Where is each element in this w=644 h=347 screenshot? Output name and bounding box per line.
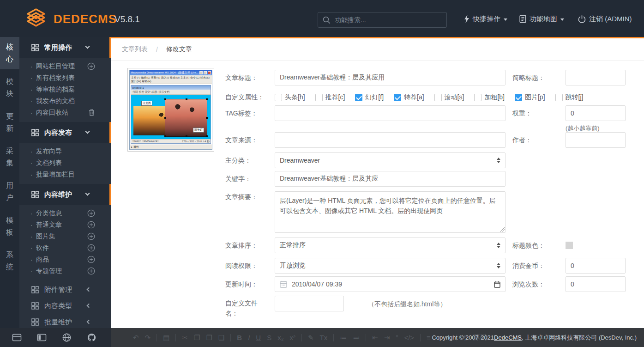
flag-slide[interactable]: 幻灯[f] bbox=[355, 93, 384, 102]
sidebar-item-my-documents[interactable]: ·我发布的文档 bbox=[19, 95, 111, 107]
rail-tab-update[interactable]: 更新 bbox=[0, 106, 19, 139]
resize-grip-icon[interactable] bbox=[500, 227, 505, 232]
align-left-icon[interactable]: ≡ bbox=[427, 334, 431, 341]
rail-tab-core[interactable]: 核心 bbox=[0, 37, 19, 69]
outdent-icon[interactable]: ⇤ bbox=[372, 334, 378, 342]
section-attachment-management[interactable]: 附件管理 bbox=[19, 283, 111, 297]
bold-icon[interactable]: B bbox=[237, 334, 242, 341]
checkbox-icon[interactable] bbox=[275, 94, 282, 101]
subscript-icon[interactable]: x₂ bbox=[277, 334, 283, 341]
sidebar-item-image-gallery[interactable]: ·图片集 bbox=[19, 231, 111, 242]
section-content-types[interactable]: 内容类型 bbox=[19, 299, 111, 313]
rail-tab-system[interactable]: 系统 bbox=[0, 245, 19, 277]
views-input[interactable] bbox=[566, 276, 626, 292]
plus-circle-icon[interactable] bbox=[87, 256, 95, 263]
checkbox-checked-icon[interactable] bbox=[515, 94, 522, 101]
copy-icon[interactable]: ❐ bbox=[194, 334, 200, 342]
quick-actions-button[interactable]: 快捷操作 bbox=[464, 14, 507, 24]
author-input[interactable] bbox=[566, 132, 626, 148]
checkbox-icon[interactable] bbox=[474, 94, 481, 101]
underline-icon[interactable]: U bbox=[256, 334, 261, 341]
section-content-publish[interactable]: 内容发布 bbox=[19, 122, 111, 143]
summary-textarea[interactable]: 层(Layer)是一种 HTML 页面元素，您可以将它定位在页面上的任意位置。层… bbox=[275, 191, 506, 233]
flag-special[interactable]: 特荐[a] bbox=[394, 93, 424, 102]
sidebar-item-topic-management[interactable]: ·专题管理 bbox=[19, 265, 111, 277]
title-color-swatch[interactable] bbox=[566, 242, 573, 249]
sidebar-item-publish-wizard[interactable]: ·发布向导 bbox=[19, 146, 111, 157]
logout-button[interactable]: 注销 (ADMIN) bbox=[578, 14, 632, 24]
sidebar-item-normal-article[interactable]: ·普通文章 bbox=[19, 219, 111, 231]
remove-format-icon[interactable]: Tx bbox=[320, 334, 328, 341]
blockquote-icon[interactable]: ” bbox=[396, 334, 398, 341]
github-icon[interactable] bbox=[87, 333, 96, 342]
sort-select[interactable]: 正常排序 bbox=[275, 237, 506, 253]
section-content-maintenance[interactable]: 内容维护 bbox=[19, 184, 111, 205]
plus-circle-icon[interactable] bbox=[87, 62, 95, 70]
plus-circle-icon[interactable] bbox=[87, 232, 95, 240]
checkbox-checked-icon[interactable] bbox=[394, 94, 401, 101]
flag-recommend[interactable]: 推荐[c] bbox=[315, 93, 345, 102]
section-batch-maintenance[interactable]: 批量维护 bbox=[19, 315, 111, 328]
sidebar-item-pending-archives[interactable]: ·等审核的档案 bbox=[19, 84, 111, 95]
superscript-icon[interactable]: x² bbox=[289, 334, 295, 341]
checkbox-icon[interactable] bbox=[434, 94, 442, 101]
filename-input[interactable] bbox=[275, 296, 344, 311]
section-common-operations[interactable]: 常用操作 bbox=[19, 37, 111, 58]
paste-word-icon[interactable]: ❏ bbox=[218, 334, 224, 342]
checkbox-icon[interactable] bbox=[555, 94, 563, 101]
new-doc-icon[interactable]: ▤ bbox=[163, 334, 169, 342]
rail-tab-templates[interactable]: 模板 bbox=[0, 210, 19, 243]
weight-input[interactable] bbox=[566, 105, 626, 121]
date-picker-icon[interactable] bbox=[494, 281, 500, 288]
flag-bold[interactable]: 加粗[b] bbox=[474, 93, 505, 102]
breadcrumb-parent[interactable]: 文章列表 bbox=[122, 45, 148, 54]
sidebar-item-batch-add-columns[interactable]: ·批量增加栏目 bbox=[19, 169, 111, 180]
indent-icon[interactable]: ⇥ bbox=[384, 334, 390, 342]
sidebar-item-product[interactable]: ·商品 bbox=[19, 254, 111, 265]
sidebar-item-site-columns[interactable]: ·网站栏目管理 bbox=[19, 61, 111, 72]
redo-icon[interactable]: ↷ bbox=[145, 334, 151, 342]
sidebar-item-software[interactable]: ·软件 bbox=[19, 242, 111, 254]
plus-circle-icon[interactable] bbox=[87, 244, 95, 252]
strikethrough-icon[interactable]: S bbox=[267, 334, 271, 341]
undo-icon[interactable]: ↶ bbox=[133, 334, 139, 342]
category-select[interactable]: Dreamweaver bbox=[275, 152, 506, 168]
sidebar-item-document-list[interactable]: ·文档列表 bbox=[19, 157, 111, 169]
rail-tab-users[interactable]: 用户 bbox=[0, 176, 19, 208]
read-access-select[interactable]: 开放浏览 bbox=[275, 258, 506, 274]
sidebar-layout-icon[interactable] bbox=[37, 333, 47, 342]
sidebar-item-recycle-bin[interactable]: ·内容回收站 bbox=[19, 107, 111, 118]
bullet-list-icon[interactable]: ≕ bbox=[353, 334, 360, 342]
format-brush-icon[interactable]: ✎ bbox=[308, 334, 314, 342]
rail-tab-collect[interactable]: 采集 bbox=[0, 141, 19, 173]
trash-icon[interactable] bbox=[88, 109, 95, 116]
flag-scroll[interactable]: 滚动[s] bbox=[434, 93, 464, 102]
plus-circle-icon[interactable] bbox=[87, 221, 95, 229]
flag-picture[interactable]: 图片[p] bbox=[515, 93, 545, 102]
paste-icon[interactable]: ❒ bbox=[206, 334, 212, 342]
keywords-input[interactable] bbox=[275, 171, 506, 187]
short-title-input[interactable] bbox=[566, 70, 626, 85]
window-icon[interactable] bbox=[12, 333, 22, 342]
globe-icon[interactable] bbox=[62, 333, 72, 342]
tags-input[interactable] bbox=[275, 105, 506, 121]
update-time-input[interactable]: 2010/04/07 09:39 bbox=[275, 276, 506, 292]
copyright-dedecms-link[interactable]: DedeCMS bbox=[494, 334, 522, 341]
coins-input[interactable] bbox=[566, 258, 626, 274]
checkbox-checked-icon[interactable] bbox=[355, 94, 362, 101]
plus-circle-icon[interactable] bbox=[87, 267, 95, 275]
cut-icon[interactable]: ✂ bbox=[182, 334, 188, 342]
flag-jump[interactable]: 跳转[j] bbox=[555, 93, 584, 102]
plus-circle-icon[interactable] bbox=[87, 209, 95, 217]
checkbox-icon[interactable] bbox=[315, 94, 323, 101]
div-container-icon[interactable]: </> bbox=[404, 334, 414, 341]
sidebar-item-classified-info[interactable]: ·分类信息 bbox=[19, 207, 111, 219]
feature-map-button[interactable]: 功能地图 bbox=[519, 14, 564, 24]
sidebar-item-all-archives[interactable]: ·所有档案列表 bbox=[19, 72, 111, 84]
function-search[interactable] bbox=[318, 12, 447, 28]
italic-icon[interactable]: I bbox=[248, 334, 250, 341]
ordered-list-icon[interactable]: ≔ bbox=[340, 334, 347, 342]
search-input[interactable] bbox=[335, 16, 442, 24]
rail-tab-modules[interactable]: 模块 bbox=[0, 72, 19, 104]
flag-headline[interactable]: 头条[h] bbox=[275, 93, 305, 102]
